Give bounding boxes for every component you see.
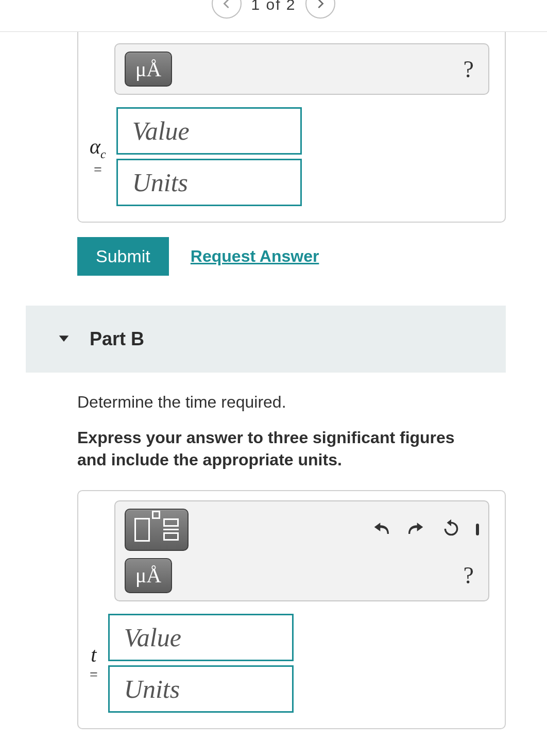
- units-input-b[interactable]: Units: [108, 665, 294, 713]
- submit-button[interactable]: Submit: [77, 237, 169, 276]
- units-tool-button-b[interactable]: μÅ: [125, 558, 172, 593]
- keyboard-button[interactable]: [476, 525, 479, 534]
- help-button-b[interactable]: ?: [458, 562, 479, 589]
- units-input-a[interactable]: Units: [116, 159, 302, 206]
- answer-panel-a: μÅ ? αc = Value Units: [77, 32, 506, 223]
- caret-down-icon: [57, 331, 71, 347]
- templates-tool-button[interactable]: [125, 509, 189, 551]
- request-answer-link[interactable]: Request Answer: [191, 247, 319, 266]
- help-button[interactable]: ?: [458, 56, 479, 83]
- answer-panel-b: μÅ ? t = Value Units: [77, 490, 506, 729]
- undo-icon: [371, 518, 391, 539]
- value-input-b[interactable]: Value: [108, 614, 294, 661]
- redo-button[interactable]: [406, 518, 426, 541]
- reset-button[interactable]: [441, 518, 461, 541]
- equation-row-a: αc = Value Units: [90, 107, 489, 206]
- variable-label-b: t =: [90, 645, 98, 682]
- keyboard-icon: [476, 524, 479, 535]
- actions-a: Submit Request Answer: [77, 237, 506, 276]
- prev-page-button[interactable]: [212, 0, 242, 19]
- toolbar-b: μÅ ?: [114, 500, 489, 601]
- undo-button[interactable]: [371, 518, 391, 541]
- part-b-prompt: Determine the time required.: [77, 391, 465, 413]
- equation-row-b: t = Value Units: [90, 614, 489, 713]
- pager: 1 of 2: [0, 0, 547, 32]
- chevron-right-icon: [315, 0, 326, 9]
- chevron-left-icon: [221, 0, 232, 9]
- toolbar-a: μÅ ?: [114, 43, 489, 95]
- variable-label-a: αc =: [90, 137, 106, 177]
- reset-icon: [441, 518, 461, 539]
- page-indicator: 1 of 2: [251, 0, 296, 13]
- part-b-title: Part B: [90, 328, 144, 350]
- value-input-a[interactable]: Value: [116, 107, 302, 155]
- redo-icon: [406, 518, 426, 539]
- part-b-header[interactable]: Part B: [26, 306, 506, 373]
- next-page-button[interactable]: [305, 0, 335, 19]
- units-tool-button[interactable]: μÅ: [125, 52, 172, 87]
- part-b-instructions: Express your answer to three significant…: [77, 427, 465, 471]
